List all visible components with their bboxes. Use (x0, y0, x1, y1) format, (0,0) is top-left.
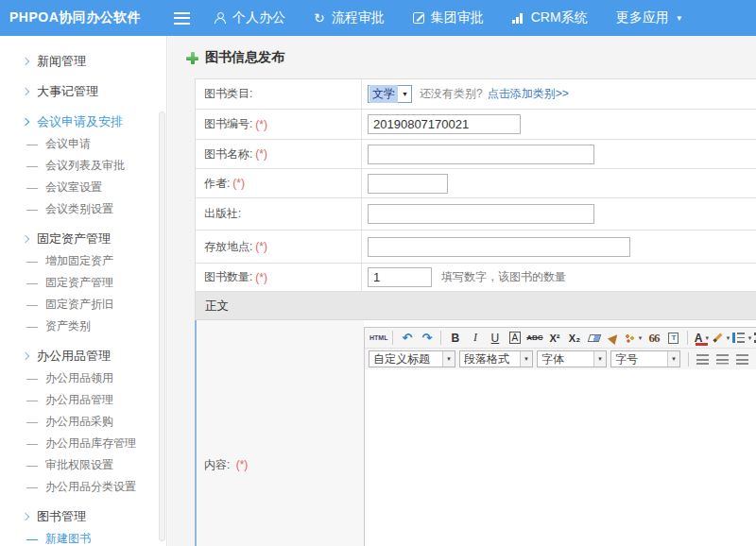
sidebar-item-12[interactable]: —资产类别 (0, 316, 166, 337)
field-input-6[interactable] (368, 237, 630, 257)
sidebar-item-6[interactable]: —会议室设置 (0, 177, 166, 198)
field-input-2[interactable] (368, 114, 521, 134)
sidebar-item-10[interactable]: —固定资产管理 (0, 272, 166, 294)
sidebar-item-4[interactable]: —会议申请 (0, 133, 166, 155)
eraser-button[interactable] (585, 330, 603, 347)
sidebar-item-2[interactable]: 大事记管理 (0, 80, 166, 103)
sidebar-item-16[interactable]: —办公用品采购 (0, 411, 166, 433)
ordered-list-button[interactable]: ▼ (732, 330, 752, 347)
editor-cell: HTML↶↷BIUAABCX²X₂▼66TA▼▼▼▼ 自定义标题▼段落格式▼字体… (364, 320, 756, 546)
highlight-pen-icon (713, 333, 723, 343)
chevron-down-icon: ▼ (704, 335, 710, 341)
hamburger-icon[interactable] (174, 12, 190, 25)
sidebar-item-3[interactable]: 会议申请及安排 (0, 111, 166, 133)
required-mark: (*) (236, 458, 249, 471)
underline-icon: U (491, 332, 500, 345)
page-title: 图书信息发布 (205, 49, 284, 66)
sidebar-item-11[interactable]: —固定资产折旧 (0, 294, 166, 316)
field-value-cell (362, 198, 756, 230)
superscript-button[interactable]: X² (545, 330, 563, 347)
sidebar-item-14[interactable]: —办公用品领用 (0, 367, 166, 389)
nav-item-4[interactable]: CRM系统 (512, 9, 588, 26)
form-row-1: 图书类目:文学▼还没有类别?点击添加类别>> (195, 79, 756, 110)
sidebar-item-19[interactable]: —办公用品分类设置 (0, 476, 166, 498)
form-row-5: 出版社: (195, 198, 756, 230)
category-select[interactable]: 文学▼ (368, 85, 412, 103)
sidebar-item-label: 办公用品采购 (45, 414, 113, 430)
source-code-button[interactable]: HTML (369, 330, 387, 347)
align-right-button[interactable] (733, 350, 751, 367)
format-painter-button[interactable]: ▼ (625, 330, 643, 347)
editor-select-3[interactable]: 字体▼ (537, 350, 607, 367)
sidebar-item-20[interactable]: 图书管理 (0, 505, 166, 528)
sidebar-item-label: 增加固定资产 (45, 253, 113, 269)
field-input-4[interactable] (368, 174, 448, 194)
sidebar-item-7[interactable]: —会议类别设置 (0, 198, 166, 220)
highlight-pen-button[interactable]: ▼ (713, 330, 730, 347)
undo-button[interactable]: ↶ (398, 330, 416, 347)
sidebar-item-5[interactable]: —会议列表及审批 (0, 155, 166, 177)
field-input-7[interactable] (368, 267, 432, 287)
nav-item-3[interactable]: 集团审批 (413, 9, 484, 26)
nav-item-1[interactable]: 个人办公 (215, 9, 285, 26)
editor-select-1[interactable]: 自定义标题▼ (369, 350, 455, 367)
editor-content-area[interactable] (365, 369, 756, 546)
sidebar-item-13[interactable]: 办公用品管理 (0, 345, 166, 367)
field-value-cell (362, 110, 756, 139)
sidebar-item-label: 会议申请 (45, 136, 91, 152)
align-center-button[interactable] (713, 350, 731, 367)
sidebar-item-label: 固定资产管理 (45, 275, 113, 291)
chevron-down-icon: ▼ (725, 335, 730, 341)
editor-select-4[interactable]: 字号▼ (610, 350, 680, 367)
sidebar-item-label: 会议申请及安排 (37, 113, 123, 130)
strikethrough-button[interactable]: ABC (525, 330, 543, 347)
field-input-3[interactable] (368, 145, 594, 164)
sidebar-item-label: 大事记管理 (37, 83, 98, 100)
underline-button[interactable]: U (486, 330, 504, 347)
field-input-5[interactable] (368, 204, 594, 224)
sidebar-item-21[interactable]: —新建图书 (0, 528, 166, 546)
dash-icon: — (26, 394, 38, 407)
sidebar-item-label: 办公用品管理 (37, 348, 111, 365)
dash-icon: — (26, 459, 38, 472)
italic-button[interactable]: I (466, 330, 484, 347)
sidebar-scrollbar[interactable] (159, 111, 165, 541)
align-left-button[interactable] (694, 350, 712, 367)
select-caret-icon: ▼ (399, 91, 411, 97)
bold-button[interactable]: B (446, 330, 464, 347)
nav-item-5[interactable]: 更多应用▼ (616, 9, 683, 26)
dash-icon: — (26, 437, 38, 451)
nav-item-2[interactable]: ↻流程审批 (314, 9, 385, 26)
sidebar-item-17[interactable]: —办公用品库存管理 (0, 433, 166, 454)
page-title-bar: 图书信息发布 (186, 49, 284, 66)
sidebar-item-15[interactable]: —办公用品管理 (0, 389, 166, 411)
editor-toolbar: HTML↶↷BIUAABCX²X₂▼66TA▼▼▼▼ 自定义标题▼段落格式▼字体… (365, 328, 756, 369)
sidebar-item-18[interactable]: —审批权限设置 (0, 454, 166, 476)
clear-format-button[interactable] (605, 330, 623, 347)
subscript-button[interactable]: X₂ (565, 330, 583, 347)
sidebar-item-1[interactable]: 新闻管理 (0, 50, 166, 73)
font-style-box-button[interactable]: A (506, 330, 524, 347)
required-mark: (*) (255, 118, 267, 131)
editor-select-label: 字体 (541, 351, 564, 367)
form-row-3: 图书名称:(*) (195, 140, 756, 169)
required-mark: (*) (232, 177, 245, 190)
blockquote-button[interactable]: 66 (644, 330, 662, 347)
form-row-6: 存放地点:(*) (195, 230, 756, 264)
sidebar-item-label: 图书管理 (37, 508, 86, 525)
sidebar-item-9[interactable]: —增加固定资产 (0, 250, 166, 272)
add-category-link[interactable]: 点击添加类别>> (488, 86, 569, 102)
sidebar-item-label: 资产类别 (45, 318, 91, 334)
redo-button[interactable]: ↷ (418, 330, 436, 347)
form-rows: 图书类目:文学▼还没有类别?点击添加类别>>图书编号:(*)图书名称:(*)作者… (195, 79, 756, 292)
font-color-button[interactable]: A▼ (693, 330, 711, 347)
rich-text-editor: HTML↶↷BIUAABCX²X₂▼66TA▼▼▼▼ 自定义标题▼段落格式▼字体… (364, 327, 756, 546)
source-code-icon: HTML (369, 334, 387, 341)
sidebar-item-8[interactable]: 固定资产管理 (0, 228, 166, 250)
editor-select-2[interactable]: 段落格式▼ (459, 350, 533, 367)
paste-as-text-button[interactable]: T (664, 330, 682, 347)
nav-item-label: 流程审批 (332, 9, 385, 26)
dash-icon: — (26, 160, 38, 173)
form-row-4: 作者:(*) (195, 169, 756, 198)
align-center-icon (716, 354, 729, 365)
